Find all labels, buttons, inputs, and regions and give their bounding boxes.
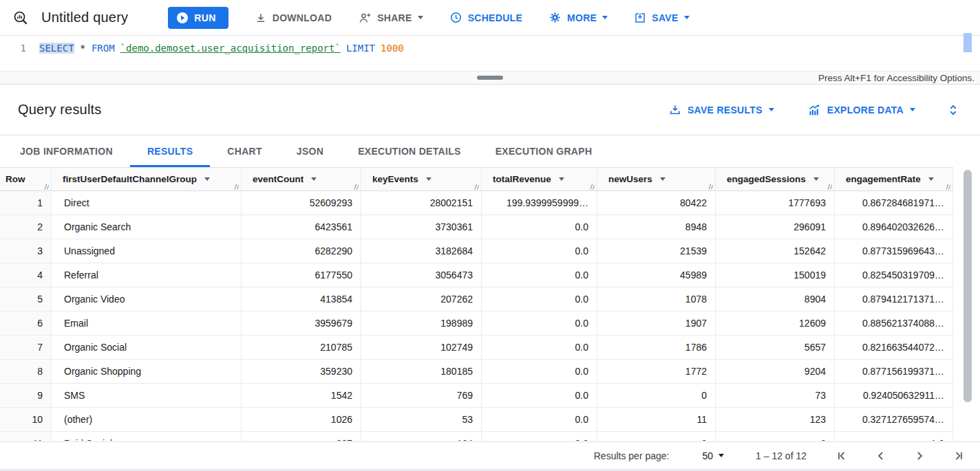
tab-job-information[interactable]: JOB INFORMATION bbox=[3, 135, 130, 167]
chevron-down-icon bbox=[769, 108, 774, 111]
table-cell: 0.867284681971… bbox=[835, 191, 953, 215]
tab-execution-graph[interactable]: EXECUTION GRAPH bbox=[478, 135, 610, 167]
table-cell: 887 bbox=[242, 432, 361, 441]
page-size-selector[interactable]: 50 bbox=[702, 450, 724, 461]
table-cell: Organic Search bbox=[52, 215, 242, 239]
table-cell: 0.0 bbox=[482, 287, 597, 311]
table-cell: 0 bbox=[597, 432, 716, 441]
download-icon bbox=[255, 12, 267, 24]
accessibility-hint: Press Alt+F1 for Accessibility Options. bbox=[818, 73, 974, 83]
explore-data-button[interactable]: EXPLORE DATA bbox=[807, 104, 915, 116]
tab-results[interactable]: RESULTS bbox=[130, 135, 210, 167]
column-resize-grip-icon[interactable] bbox=[588, 183, 595, 190]
save-results-button[interactable]: SAVE RESULTS bbox=[669, 104, 774, 116]
explore-data-label: EXPLORE DATA bbox=[827, 105, 904, 116]
column-resize-grip-icon[interactable] bbox=[352, 183, 359, 190]
save-button[interactable]: SAVE bbox=[634, 12, 689, 24]
table-cell: 28002151 bbox=[361, 191, 482, 215]
row-number-cell: 1 bbox=[0, 191, 52, 215]
column-resize-grip-icon[interactable] bbox=[944, 183, 950, 190]
sql-code-line[interactable]: SELECT * FROM`demo.demoset.user_acquisit… bbox=[39, 41, 404, 71]
table-cell: 45989 bbox=[597, 263, 716, 287]
first-page-icon[interactable] bbox=[835, 449, 849, 463]
column-header-totalRevenue[interactable]: totalRevenue bbox=[482, 168, 597, 190]
panel-resize-handle[interactable] bbox=[477, 76, 503, 80]
column-resize-grip-icon[interactable] bbox=[473, 183, 479, 190]
query-title: Untitled query bbox=[41, 10, 128, 25]
table-cell: 3730361 bbox=[361, 215, 482, 239]
tab-chart[interactable]: CHART bbox=[210, 135, 279, 167]
table-scrollbar-thumb[interactable] bbox=[963, 170, 972, 402]
column-resize-grip-icon[interactable] bbox=[43, 183, 49, 190]
previous-page-icon[interactable] bbox=[874, 449, 888, 463]
column-header-keyEvents[interactable]: keyEvents bbox=[361, 168, 482, 190]
table-row: 4Referral617755030564730.0459891500190.8… bbox=[0, 263, 953, 287]
table-cell: 12609 bbox=[716, 311, 835, 336]
download-button-label: DOWNLOAD bbox=[273, 12, 332, 23]
pagination-range: 1 – 12 of 12 bbox=[756, 450, 807, 461]
column-menu-caret-icon[interactable] bbox=[311, 177, 317, 181]
line-number: 1 bbox=[0, 41, 33, 71]
table-cell: 1026 bbox=[242, 408, 361, 432]
save-button-label: SAVE bbox=[652, 12, 678, 23]
table-cell: 164 bbox=[361, 432, 482, 441]
gear-icon bbox=[548, 11, 562, 24]
column-menu-caret-icon[interactable] bbox=[204, 177, 210, 181]
sql-editor[interactable]: 1 SELECT * FROM`demo.demoset.user_acquis… bbox=[0, 36, 980, 71]
column-header-newUsers[interactable]: newUsers bbox=[597, 168, 716, 190]
table-cell: 0.0 bbox=[482, 360, 597, 384]
column-header-firstUserDefaultChannelGroup[interactable]: firstUserDefaultChannelGroup bbox=[52, 168, 242, 190]
table-cell: 6423561 bbox=[242, 215, 361, 239]
run-button[interactable]: RUN bbox=[168, 7, 228, 29]
chevron-down-icon bbox=[718, 454, 724, 457]
table-cell: 52609293 bbox=[242, 191, 361, 215]
table-cell: 0.896402032626… bbox=[835, 215, 953, 239]
column-menu-caret-icon[interactable] bbox=[813, 177, 819, 181]
table-cell: 21539 bbox=[597, 239, 716, 263]
table-cell: 1772 bbox=[597, 360, 716, 384]
row-number-cell: 6 bbox=[0, 311, 52, 336]
column-header-engagementRate[interactable]: engagementRate bbox=[835, 168, 953, 190]
column-menu-caret-icon[interactable] bbox=[928, 177, 934, 181]
table-cell: 210785 bbox=[242, 336, 361, 360]
share-button[interactable]: SHARE bbox=[358, 12, 423, 24]
table-cell: 769 bbox=[361, 384, 482, 408]
column-resize-grip-icon[interactable] bbox=[826, 183, 832, 190]
column-header-engagedSessions[interactable]: engagedSessions bbox=[716, 168, 835, 190]
table-cell: 73 bbox=[716, 384, 835, 408]
column-resize-grip-icon[interactable] bbox=[233, 183, 239, 190]
query-results-header: Query results SAVE RESULTS E bbox=[0, 85, 980, 135]
editor-scrollbar-thumb[interactable] bbox=[963, 33, 972, 52]
table-cell: 0.0 bbox=[482, 408, 597, 432]
expand-collapse-panel-icon[interactable] bbox=[947, 102, 959, 118]
table-cell: 413854 bbox=[242, 287, 361, 311]
row-number-cell: 8 bbox=[0, 360, 52, 384]
column-label: eventCount bbox=[253, 174, 303, 184]
table-cell: 0.0 bbox=[482, 239, 597, 263]
sql-table-reference-link[interactable]: `demo.demoset.user_acquisition_report` bbox=[120, 43, 341, 54]
download-button[interactable]: DOWNLOAD bbox=[255, 12, 332, 24]
last-page-icon[interactable] bbox=[951, 449, 965, 463]
more-button[interactable]: MORE bbox=[548, 11, 608, 24]
column-menu-caret-icon[interactable] bbox=[660, 177, 665, 181]
table-cell: 0.879412171371… bbox=[835, 287, 953, 311]
column-resize-grip-icon[interactable] bbox=[707, 183, 713, 190]
tab-json[interactable]: JSON bbox=[279, 135, 341, 167]
schedule-button[interactable]: SCHEDULE bbox=[449, 11, 522, 24]
table-cell: 0.0 bbox=[482, 384, 597, 408]
column-menu-caret-icon[interactable] bbox=[559, 177, 564, 181]
table-cell: 0.0 bbox=[482, 432, 597, 441]
tab-execution-details[interactable]: EXECUTION DETAILS bbox=[341, 135, 478, 167]
next-page-icon[interactable] bbox=[913, 449, 926, 463]
table-row: 1Direct5260929328002151199.9399959999…80… bbox=[0, 191, 953, 215]
run-button-label: RUN bbox=[194, 12, 216, 23]
table-cell: 3182684 bbox=[361, 239, 482, 263]
column-menu-caret-icon[interactable] bbox=[426, 177, 432, 181]
table-cell: 0.885621374088… bbox=[835, 311, 953, 336]
table-cell: 0.0 bbox=[482, 263, 597, 287]
table-cell: 0.825450319709… bbox=[835, 263, 953, 287]
schedule-button-label: SCHEDULE bbox=[468, 12, 522, 23]
table-cell: 8948 bbox=[597, 215, 716, 239]
column-header-eventCount[interactable]: eventCount bbox=[242, 168, 361, 190]
column-header-Row[interactable]: Row bbox=[0, 168, 52, 190]
